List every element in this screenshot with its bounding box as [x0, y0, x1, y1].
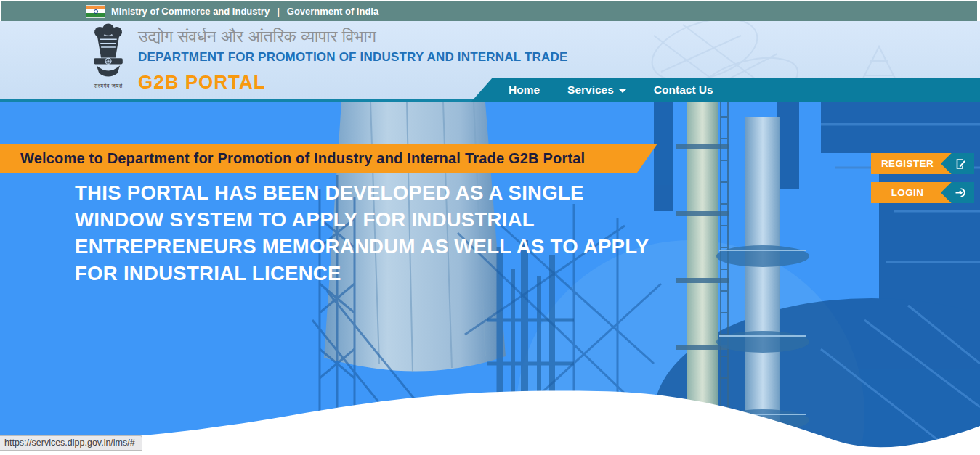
- ministry-label: Ministry of Commerce and Industry: [111, 6, 270, 17]
- hero-headline-line: THIS PORTAL HAS BEEN DEVELOPED AS A SING…: [75, 179, 656, 206]
- login-button-label: LOGIN: [871, 182, 944, 203]
- hero-headline-line: ENTREPRENEURS MEMORANDUM AS WELL AS TO A…: [75, 233, 656, 260]
- national-emblem: सत्यमेव जयते: [86, 23, 131, 97]
- register-form-icon: [941, 153, 974, 174]
- hero-headline-line: WINDOW SYSTEM TO APPLY FOR INDUSTRIAL: [75, 206, 656, 233]
- nav-item-home[interactable]: Home: [509, 83, 540, 97]
- nav-item-home-label: Home: [509, 83, 540, 97]
- main-nav: Home Services Contact Us: [471, 78, 980, 102]
- hero-headline: THIS PORTAL HAS BEEN DEVELOPED AS A SING…: [75, 179, 656, 287]
- nav-item-contact-us[interactable]: Contact Us: [654, 83, 713, 97]
- register-button[interactable]: REGISTER: [871, 153, 974, 174]
- government-label: Government of India: [287, 6, 378, 17]
- department-title-hindi: उद्योग संवर्धन और आंतरिक व्यापार विभाग: [138, 25, 568, 48]
- status-bar-link-preview: https://services.dipp.gov.in/lms/#: [0, 435, 142, 451]
- department-title-english: DEPARTMENT FOR PROMOTION OF INDUSTRY AND…: [138, 50, 568, 65]
- site-header: सत्यमेव जयते उद्योग संवर्धन और आंतरिक व्…: [0, 21, 980, 102]
- login-arrow-icon: [941, 182, 974, 203]
- nav-item-services[interactable]: Services: [567, 83, 626, 97]
- welcome-banner: Welcome to Department for Promotion of I…: [0, 144, 657, 173]
- register-button-label: REGISTER: [871, 153, 944, 174]
- cta-button-group: REGISTER LOGIN: [871, 153, 974, 203]
- topbar-separator: |: [277, 6, 280, 17]
- government-top-bar: Ministry of Commerce and Industry | Gove…: [1, 1, 977, 21]
- nav-item-contact-label: Contact Us: [654, 83, 713, 97]
- hero-headline-line: FOR INDUSTRIAL LICENCE: [75, 260, 656, 287]
- emblem-caption: सत्यमेव जयते: [86, 83, 131, 90]
- bottom-wave-decoration: [0, 382, 980, 455]
- login-button[interactable]: LOGIN: [871, 182, 974, 203]
- hero-section: Welcome to Department for Promotion of I…: [0, 102, 980, 455]
- chevron-down-icon: [619, 89, 626, 93]
- india-flag-icon: [86, 5, 105, 18]
- nav-item-services-label: Services: [567, 83, 614, 97]
